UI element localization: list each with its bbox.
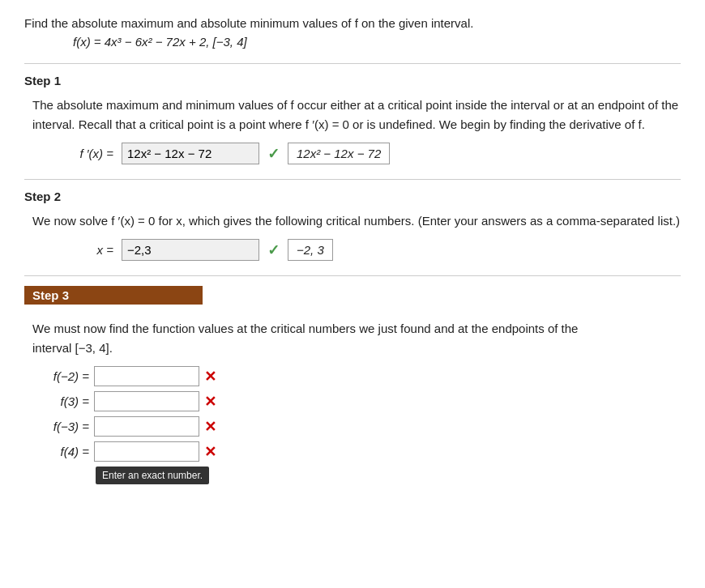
step2-container: Step 2 We now solve f ′(x) = 0 for x, wh… bbox=[24, 179, 681, 261]
step2-label: x = bbox=[65, 243, 113, 257]
function-values-section: f(−2) = ✕ f(3) = ✕ f(−3) = ✕ f(4) = ✕ bbox=[32, 366, 681, 484]
fval-x-icon-2[interactable]: ✕ bbox=[204, 418, 216, 436]
fval-input-1[interactable] bbox=[94, 391, 199, 411]
step3-header: Step 3 bbox=[24, 286, 203, 305]
problem-function: f(x) = 4x³ − 6x² − 72x + 2, [−3, 4] bbox=[73, 35, 681, 49]
tooltip-container: Enter an exact number. bbox=[94, 467, 681, 484]
fval-x-icon-0[interactable]: ✕ bbox=[204, 368, 216, 386]
fval-input-0[interactable] bbox=[94, 366, 199, 386]
step2-body: We now solve f ′(x) = 0 for x, which giv… bbox=[32, 211, 681, 261]
step1-answer-row: f ′(x) = ✓ 12x² − 12x − 72 bbox=[65, 143, 681, 164]
step1-container: Step 1 The absolute maximum and minimum … bbox=[24, 63, 681, 164]
step1-label: f ′(x) = bbox=[65, 147, 113, 160]
step2-input[interactable] bbox=[122, 239, 259, 261]
problem-instruction: Find the absolute maximum and absolute m… bbox=[24, 16, 681, 30]
step1-correct-answer: 12x² − 12x − 72 bbox=[288, 143, 390, 164]
step2-answer-row: x = ✓ −2, 3 bbox=[65, 239, 681, 261]
step3-description: We must now find the function values at … bbox=[32, 319, 681, 358]
step2-header: Step 2 bbox=[24, 190, 681, 203]
fval-label-2: f(−3) = bbox=[32, 420, 89, 433]
fval-label-3: f(4) = bbox=[32, 445, 89, 458]
step3-container: Step 3 We must now find the function val… bbox=[24, 275, 681, 484]
step1-check-icon: ✓ bbox=[267, 145, 280, 163]
step2-description: We now solve f ′(x) = 0 for x, which giv… bbox=[32, 211, 681, 231]
fval-input-2[interactable] bbox=[94, 416, 199, 437]
fval-row-1: f(3) = ✕ bbox=[32, 391, 681, 411]
step1-input[interactable] bbox=[122, 143, 259, 164]
fval-x-icon-1[interactable]: ✕ bbox=[204, 393, 216, 411]
fval-label-0: f(−2) = bbox=[32, 369, 89, 383]
fval-row-3: f(4) = ✕ bbox=[32, 441, 681, 462]
step3-desc-line2: interval [−3, 4]. bbox=[32, 341, 113, 355]
problem-statement: Find the absolute maximum and absolute m… bbox=[24, 16, 681, 49]
step1-body: The absolute maximum and minimum values … bbox=[32, 96, 681, 164]
step3-body: We must now find the function values at … bbox=[32, 319, 681, 484]
fval-input-3[interactable] bbox=[94, 441, 199, 462]
fval-row-2: f(−3) = ✕ bbox=[32, 416, 681, 437]
fval-x-icon-3[interactable]: ✕ bbox=[204, 443, 216, 461]
step3-desc-line1: We must now find the function values at … bbox=[32, 322, 578, 335]
fval-row-0: f(−2) = ✕ bbox=[32, 366, 681, 386]
step1-description: The absolute maximum and minimum values … bbox=[32, 96, 681, 134]
tooltip-text: Enter an exact number. bbox=[96, 467, 209, 484]
fval-label-1: f(3) = bbox=[32, 394, 89, 408]
step2-correct-answer: −2, 3 bbox=[288, 239, 333, 261]
step2-check-icon: ✓ bbox=[267, 241, 280, 259]
step1-header: Step 1 bbox=[24, 74, 681, 87]
